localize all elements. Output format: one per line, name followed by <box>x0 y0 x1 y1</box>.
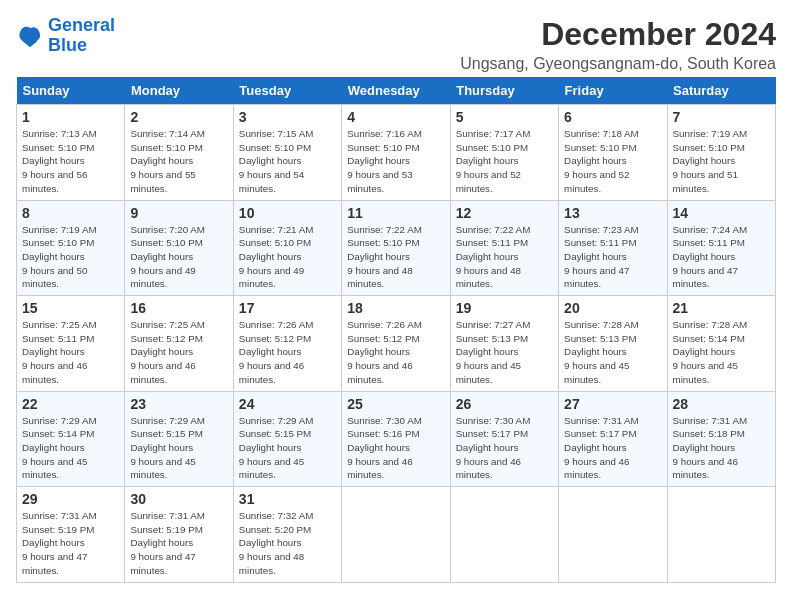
day-info: Sunrise: 7:29 AMSunset: 5:15 PMDaylight … <box>239 414 336 483</box>
weekday-header: Monday <box>125 77 233 105</box>
weekday-header: Tuesday <box>233 77 341 105</box>
calendar-cell: 19Sunrise: 7:27 AMSunset: 5:13 PMDayligh… <box>450 296 558 392</box>
calendar-cell: 5Sunrise: 7:17 AMSunset: 5:10 PMDaylight… <box>450 105 558 201</box>
day-number: 22 <box>22 396 119 412</box>
day-number: 31 <box>239 491 336 507</box>
day-number: 26 <box>456 396 553 412</box>
calendar-cell: 16Sunrise: 7:25 AMSunset: 5:12 PMDayligh… <box>125 296 233 392</box>
weekday-header: Thursday <box>450 77 558 105</box>
day-number: 28 <box>673 396 770 412</box>
day-info: Sunrise: 7:18 AMSunset: 5:10 PMDaylight … <box>564 127 661 196</box>
day-info: Sunrise: 7:32 AMSunset: 5:20 PMDaylight … <box>239 509 336 578</box>
day-number: 30 <box>130 491 227 507</box>
calendar-cell: 15Sunrise: 7:25 AMSunset: 5:11 PMDayligh… <box>17 296 125 392</box>
calendar-cell: 17Sunrise: 7:26 AMSunset: 5:12 PMDayligh… <box>233 296 341 392</box>
calendar-cell: 6Sunrise: 7:18 AMSunset: 5:10 PMDaylight… <box>559 105 667 201</box>
weekday-header: Sunday <box>17 77 125 105</box>
day-info: Sunrise: 7:31 AMSunset: 5:17 PMDaylight … <box>564 414 661 483</box>
day-info: Sunrise: 7:30 AMSunset: 5:16 PMDaylight … <box>347 414 444 483</box>
calendar-cell: 21Sunrise: 7:28 AMSunset: 5:14 PMDayligh… <box>667 296 775 392</box>
calendar-week-row: 22Sunrise: 7:29 AMSunset: 5:14 PMDayligh… <box>17 391 776 487</box>
weekday-header: Friday <box>559 77 667 105</box>
calendar-cell: 22Sunrise: 7:29 AMSunset: 5:14 PMDayligh… <box>17 391 125 487</box>
day-number: 2 <box>130 109 227 125</box>
logo: General Blue <box>16 16 115 56</box>
calendar-cell: 27Sunrise: 7:31 AMSunset: 5:17 PMDayligh… <box>559 391 667 487</box>
calendar-week-row: 29Sunrise: 7:31 AMSunset: 5:19 PMDayligh… <box>17 487 776 583</box>
calendar-cell: 1Sunrise: 7:13 AMSunset: 5:10 PMDaylight… <box>17 105 125 201</box>
calendar-week-row: 1Sunrise: 7:13 AMSunset: 5:10 PMDaylight… <box>17 105 776 201</box>
day-info: Sunrise: 7:19 AMSunset: 5:10 PMDaylight … <box>673 127 770 196</box>
calendar-cell: 11Sunrise: 7:22 AMSunset: 5:10 PMDayligh… <box>342 200 450 296</box>
day-info: Sunrise: 7:25 AMSunset: 5:11 PMDaylight … <box>22 318 119 387</box>
day-info: Sunrise: 7:14 AMSunset: 5:10 PMDaylight … <box>130 127 227 196</box>
day-info: Sunrise: 7:28 AMSunset: 5:13 PMDaylight … <box>564 318 661 387</box>
day-number: 9 <box>130 205 227 221</box>
title-area: December 2024 Ungsang, Gyeongsangnam-do,… <box>460 16 776 73</box>
header: General Blue December 2024 Ungsang, Gyeo… <box>16 16 776 73</box>
calendar-cell: 14Sunrise: 7:24 AMSunset: 5:11 PMDayligh… <box>667 200 775 296</box>
calendar-cell: 25Sunrise: 7:30 AMSunset: 5:16 PMDayligh… <box>342 391 450 487</box>
calendar-cell <box>667 487 775 583</box>
calendar-cell: 30Sunrise: 7:31 AMSunset: 5:19 PMDayligh… <box>125 487 233 583</box>
day-number: 25 <box>347 396 444 412</box>
calendar-table: SundayMondayTuesdayWednesdayThursdayFrid… <box>16 77 776 583</box>
day-info: Sunrise: 7:31 AMSunset: 5:19 PMDaylight … <box>22 509 119 578</box>
day-info: Sunrise: 7:29 AMSunset: 5:14 PMDaylight … <box>22 414 119 483</box>
calendar-cell: 31Sunrise: 7:32 AMSunset: 5:20 PMDayligh… <box>233 487 341 583</box>
day-number: 18 <box>347 300 444 316</box>
day-number: 16 <box>130 300 227 316</box>
day-number: 14 <box>673 205 770 221</box>
day-info: Sunrise: 7:23 AMSunset: 5:11 PMDaylight … <box>564 223 661 292</box>
day-info: Sunrise: 7:13 AMSunset: 5:10 PMDaylight … <box>22 127 119 196</box>
day-info: Sunrise: 7:19 AMSunset: 5:10 PMDaylight … <box>22 223 119 292</box>
day-number: 23 <box>130 396 227 412</box>
day-number: 24 <box>239 396 336 412</box>
day-info: Sunrise: 7:26 AMSunset: 5:12 PMDaylight … <box>347 318 444 387</box>
day-number: 29 <box>22 491 119 507</box>
calendar-cell: 3Sunrise: 7:15 AMSunset: 5:10 PMDaylight… <box>233 105 341 201</box>
day-info: Sunrise: 7:25 AMSunset: 5:12 PMDaylight … <box>130 318 227 387</box>
day-number: 1 <box>22 109 119 125</box>
calendar-cell: 2Sunrise: 7:14 AMSunset: 5:10 PMDaylight… <box>125 105 233 201</box>
calendar-cell: 23Sunrise: 7:29 AMSunset: 5:15 PMDayligh… <box>125 391 233 487</box>
day-number: 13 <box>564 205 661 221</box>
calendar-cell <box>559 487 667 583</box>
day-number: 10 <box>239 205 336 221</box>
calendar-cell: 13Sunrise: 7:23 AMSunset: 5:11 PMDayligh… <box>559 200 667 296</box>
calendar-cell: 4Sunrise: 7:16 AMSunset: 5:10 PMDaylight… <box>342 105 450 201</box>
weekday-header: Saturday <box>667 77 775 105</box>
day-number: 4 <box>347 109 444 125</box>
day-number: 15 <box>22 300 119 316</box>
day-number: 5 <box>456 109 553 125</box>
logo-icon <box>16 22 44 50</box>
day-info: Sunrise: 7:21 AMSunset: 5:10 PMDaylight … <box>239 223 336 292</box>
calendar-cell: 8Sunrise: 7:19 AMSunset: 5:10 PMDaylight… <box>17 200 125 296</box>
day-number: 11 <box>347 205 444 221</box>
calendar-cell: 28Sunrise: 7:31 AMSunset: 5:18 PMDayligh… <box>667 391 775 487</box>
weekday-header: Wednesday <box>342 77 450 105</box>
day-info: Sunrise: 7:26 AMSunset: 5:12 PMDaylight … <box>239 318 336 387</box>
day-info: Sunrise: 7:29 AMSunset: 5:15 PMDaylight … <box>130 414 227 483</box>
calendar-cell: 29Sunrise: 7:31 AMSunset: 5:19 PMDayligh… <box>17 487 125 583</box>
day-number: 21 <box>673 300 770 316</box>
calendar-cell: 26Sunrise: 7:30 AMSunset: 5:17 PMDayligh… <box>450 391 558 487</box>
calendar-cell <box>342 487 450 583</box>
calendar-cell: 24Sunrise: 7:29 AMSunset: 5:15 PMDayligh… <box>233 391 341 487</box>
day-number: 17 <box>239 300 336 316</box>
day-info: Sunrise: 7:20 AMSunset: 5:10 PMDaylight … <box>130 223 227 292</box>
day-info: Sunrise: 7:22 AMSunset: 5:11 PMDaylight … <box>456 223 553 292</box>
day-number: 7 <box>673 109 770 125</box>
day-info: Sunrise: 7:17 AMSunset: 5:10 PMDaylight … <box>456 127 553 196</box>
day-number: 27 <box>564 396 661 412</box>
calendar-cell: 9Sunrise: 7:20 AMSunset: 5:10 PMDaylight… <box>125 200 233 296</box>
calendar-cell: 10Sunrise: 7:21 AMSunset: 5:10 PMDayligh… <box>233 200 341 296</box>
day-number: 12 <box>456 205 553 221</box>
day-info: Sunrise: 7:31 AMSunset: 5:18 PMDaylight … <box>673 414 770 483</box>
month-title: December 2024 <box>460 16 776 53</box>
day-info: Sunrise: 7:24 AMSunset: 5:11 PMDaylight … <box>673 223 770 292</box>
day-info: Sunrise: 7:15 AMSunset: 5:10 PMDaylight … <box>239 127 336 196</box>
day-number: 19 <box>456 300 553 316</box>
calendar-week-row: 8Sunrise: 7:19 AMSunset: 5:10 PMDaylight… <box>17 200 776 296</box>
day-info: Sunrise: 7:22 AMSunset: 5:10 PMDaylight … <box>347 223 444 292</box>
